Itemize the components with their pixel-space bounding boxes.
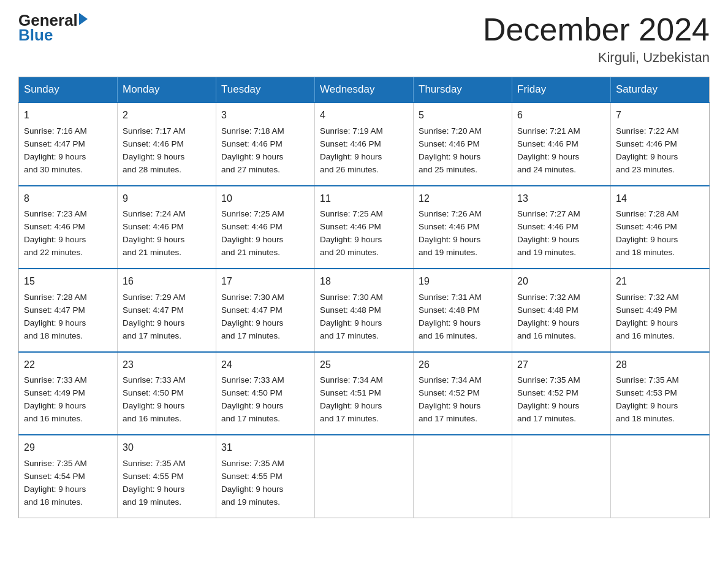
header-friday: Friday [512, 77, 611, 103]
day-number: 1 [24, 108, 112, 123]
day-info-block: Sunrise: 7:16 AMSunset: 4:47 PMDaylight:… [24, 125, 112, 177]
day-number: 8 [24, 191, 112, 207]
calendar-cell: 27 Sunrise: 7:35 AMSunset: 4:52 PMDaylig… [512, 352, 611, 435]
day-number: 24 [221, 358, 309, 373]
calendar-week-2: 8 Sunrise: 7:23 AMSunset: 4:46 PMDayligh… [19, 186, 710, 269]
logo: General Blue [18, 12, 88, 45]
day-number: 7 [616, 108, 704, 123]
logo-arrow-icon [79, 13, 88, 25]
day-info-block: Sunrise: 7:29 AMSunset: 4:47 PMDaylight:… [123, 291, 211, 343]
day-number: 23 [123, 358, 211, 373]
calendar-week-1: 1 Sunrise: 7:16 AMSunset: 4:47 PMDayligh… [19, 102, 710, 185]
day-number: 15 [24, 274, 112, 289]
day-number: 26 [419, 358, 507, 373]
day-info-block: Sunrise: 7:32 AMSunset: 4:48 PMDaylight:… [517, 291, 605, 343]
day-number: 6 [517, 108, 605, 123]
calendar-cell: 21 Sunrise: 7:32 AMSunset: 4:49 PMDaylig… [611, 269, 710, 351]
day-number: 19 [419, 274, 507, 289]
day-info-block: Sunrise: 7:17 AMSunset: 4:46 PMDaylight:… [123, 125, 211, 177]
calendar-cell: 19 Sunrise: 7:31 AMSunset: 4:48 PMDaylig… [414, 269, 512, 351]
calendar-cell [414, 435, 512, 518]
day-info-block: Sunrise: 7:27 AMSunset: 4:46 PMDaylight:… [517, 208, 605, 259]
calendar-week-5: 29 Sunrise: 7:35 AMSunset: 4:54 PMDaylig… [19, 435, 710, 518]
calendar-cell: 3 Sunrise: 7:18 AMSunset: 4:46 PMDayligh… [216, 102, 315, 185]
calendar-cell: 13 Sunrise: 7:27 AMSunset: 4:46 PMDaylig… [512, 186, 611, 269]
day-info-block: Sunrise: 7:35 AMSunset: 4:54 PMDaylight:… [24, 458, 112, 509]
day-info-block: Sunrise: 7:23 AMSunset: 4:46 PMDaylight:… [24, 208, 112, 259]
calendar-cell: 10 Sunrise: 7:25 AMSunset: 4:46 PMDaylig… [216, 186, 315, 269]
calendar-cell: 12 Sunrise: 7:26 AMSunset: 4:46 PMDaylig… [414, 186, 512, 269]
calendar-cell [315, 435, 414, 518]
logo-blue-text: Blue [18, 26, 53, 45]
day-info-block: Sunrise: 7:34 AMSunset: 4:51 PMDaylight:… [320, 374, 408, 426]
calendar-cell: 9 Sunrise: 7:24 AMSunset: 4:46 PMDayligh… [118, 186, 216, 269]
day-info-block: Sunrise: 7:35 AMSunset: 4:52 PMDaylight:… [517, 374, 605, 426]
day-number: 14 [616, 191, 704, 207]
day-number: 4 [320, 108, 408, 123]
day-info-block: Sunrise: 7:20 AMSunset: 4:46 PMDaylight:… [419, 125, 507, 177]
day-info-block: Sunrise: 7:24 AMSunset: 4:46 PMDaylight:… [123, 208, 211, 259]
weekday-header-row: Sunday Monday Tuesday Wednesday Thursday… [19, 77, 710, 103]
header-wednesday: Wednesday [315, 77, 414, 103]
header-tuesday: Tuesday [216, 77, 315, 103]
calendar-cell: 23 Sunrise: 7:33 AMSunset: 4:50 PMDaylig… [118, 352, 216, 435]
calendar-cell: 11 Sunrise: 7:25 AMSunset: 4:46 PMDaylig… [315, 186, 414, 269]
day-info-block: Sunrise: 7:25 AMSunset: 4:46 PMDaylight:… [221, 208, 309, 259]
calendar-cell: 16 Sunrise: 7:29 AMSunset: 4:47 PMDaylig… [118, 269, 216, 351]
page-header: General Blue December 2024 Kirguli, Uzbe… [18, 12, 710, 66]
day-number: 17 [221, 274, 309, 289]
calendar-cell [611, 435, 710, 518]
title-block: December 2024 Kirguli, Uzbekistan [483, 12, 710, 66]
calendar-cell: 2 Sunrise: 7:17 AMSunset: 4:46 PMDayligh… [118, 102, 216, 185]
header-sunday: Sunday [19, 77, 118, 103]
location-text: Kirguli, Uzbekistan [483, 50, 710, 66]
calendar-cell [512, 435, 611, 518]
day-info-block: Sunrise: 7:30 AMSunset: 4:47 PMDaylight:… [221, 291, 309, 343]
day-info-block: Sunrise: 7:19 AMSunset: 4:46 PMDaylight:… [320, 125, 408, 177]
day-number: 21 [616, 274, 704, 289]
day-number: 25 [320, 358, 408, 373]
header-saturday: Saturday [611, 77, 710, 103]
calendar-cell: 22 Sunrise: 7:33 AMSunset: 4:49 PMDaylig… [19, 352, 118, 435]
day-info-block: Sunrise: 7:25 AMSunset: 4:46 PMDaylight:… [320, 208, 408, 259]
day-number: 10 [221, 191, 309, 207]
day-info-block: Sunrise: 7:33 AMSunset: 4:50 PMDaylight:… [221, 374, 309, 426]
day-number: 22 [24, 358, 112, 373]
calendar-cell: 17 Sunrise: 7:30 AMSunset: 4:47 PMDaylig… [216, 269, 315, 351]
day-number: 31 [221, 440, 309, 456]
calendar-cell: 8 Sunrise: 7:23 AMSunset: 4:46 PMDayligh… [19, 186, 118, 269]
calendar-cell: 25 Sunrise: 7:34 AMSunset: 4:51 PMDaylig… [315, 352, 414, 435]
day-number: 13 [517, 191, 605, 207]
day-info-block: Sunrise: 7:34 AMSunset: 4:52 PMDaylight:… [419, 374, 507, 426]
calendar-cell: 28 Sunrise: 7:35 AMSunset: 4:53 PMDaylig… [611, 352, 710, 435]
month-title: December 2024 [483, 12, 710, 47]
day-info-block: Sunrise: 7:18 AMSunset: 4:46 PMDaylight:… [221, 125, 309, 177]
calendar-cell: 15 Sunrise: 7:28 AMSunset: 4:47 PMDaylig… [19, 269, 118, 351]
day-number: 28 [616, 358, 704, 373]
day-info-block: Sunrise: 7:28 AMSunset: 4:46 PMDaylight:… [616, 208, 704, 259]
day-info-block: Sunrise: 7:31 AMSunset: 4:48 PMDaylight:… [419, 291, 507, 343]
day-number: 3 [221, 108, 309, 123]
calendar-cell: 4 Sunrise: 7:19 AMSunset: 4:46 PMDayligh… [315, 102, 414, 185]
calendar-cell: 7 Sunrise: 7:22 AMSunset: 4:46 PMDayligh… [611, 102, 710, 185]
day-number: 29 [24, 440, 112, 456]
calendar-cell: 30 Sunrise: 7:35 AMSunset: 4:55 PMDaylig… [118, 435, 216, 518]
calendar-cell: 6 Sunrise: 7:21 AMSunset: 4:46 PMDayligh… [512, 102, 611, 185]
header-monday: Monday [118, 77, 216, 103]
calendar-cell: 20 Sunrise: 7:32 AMSunset: 4:48 PMDaylig… [512, 269, 611, 351]
day-info-block: Sunrise: 7:35 AMSunset: 4:55 PMDaylight:… [123, 458, 211, 509]
day-number: 18 [320, 274, 408, 289]
day-info-block: Sunrise: 7:33 AMSunset: 4:50 PMDaylight:… [123, 374, 211, 426]
calendar-week-4: 22 Sunrise: 7:33 AMSunset: 4:49 PMDaylig… [19, 352, 710, 435]
day-info-block: Sunrise: 7:30 AMSunset: 4:48 PMDaylight:… [320, 291, 408, 343]
calendar-cell: 26 Sunrise: 7:34 AMSunset: 4:52 PMDaylig… [414, 352, 512, 435]
day-number: 11 [320, 191, 408, 207]
day-number: 30 [123, 440, 211, 456]
day-number: 5 [419, 108, 507, 123]
calendar-cell: 29 Sunrise: 7:35 AMSunset: 4:54 PMDaylig… [19, 435, 118, 518]
day-number: 9 [123, 191, 211, 207]
calendar-cell: 1 Sunrise: 7:16 AMSunset: 4:47 PMDayligh… [19, 102, 118, 185]
day-info-block: Sunrise: 7:33 AMSunset: 4:49 PMDaylight:… [24, 374, 112, 426]
day-number: 27 [517, 358, 605, 373]
day-info-block: Sunrise: 7:22 AMSunset: 4:46 PMDaylight:… [616, 125, 704, 177]
